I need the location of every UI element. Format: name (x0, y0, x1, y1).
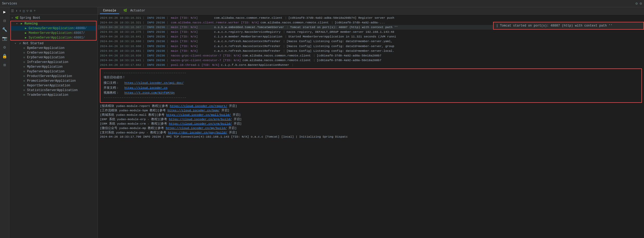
settings-icon[interactable]: ⚙ (635, 1, 637, 6)
run-icon[interactable]: ▶ (3, 9, 6, 15)
system-app-label: SystemServerApplication (29, 36, 72, 40)
toolbar-filter-icon[interactable]: ▽ (26, 9, 28, 13)
extra-log-report: [报表模块 yudao-module-report 教程][参考 https:/… (98, 104, 644, 108)
system-app-item[interactable]: ▶ SystemServerApplication :48081/ (11, 35, 96, 40)
api-doc-label: 接口文档： (104, 81, 124, 85)
running-section: ▶ Running ▶ GatewayServerApplication :48… (10, 21, 97, 41)
lock-icon[interactable]: 🔒 (2, 54, 7, 59)
log-line: 2024-04-26 10:33:16.941 | INFO 29236 | n… (98, 58, 644, 63)
running-icon: ▶ (20, 22, 23, 25)
sidebar-tree: 🌿 Spring Boot ▶ Running ▶ GatewayServerA… (9, 15, 98, 238)
not-started-icon: ✗ (18, 42, 22, 45)
product-triangle (19, 75, 22, 78)
video-link[interactable]: https://t.zsxq.com/02Yf6M7Qn (124, 91, 175, 94)
log-line: 2024-04-26 10:33:16.661 | INFO 29236 | m… (98, 49, 644, 53)
spring-boot-icon: 🌿 (15, 16, 19, 20)
promotion-label: PromotionServerApplication (27, 79, 76, 83)
dev-doc-link[interactable]: https://cloud.iocoder.cn (124, 86, 168, 89)
actuator-tab-label: Actuator (130, 9, 145, 12)
statistics-triangle (19, 89, 22, 92)
erp-app-item[interactable]: ⊙ ErpServerApplication (9, 55, 98, 60)
system-port: :48081/ (72, 36, 85, 40)
extra-log-crm: [CRM 系统 yudao-module-crm - 教程][参考 https:… (98, 121, 644, 126)
mp-triangle (19, 65, 22, 68)
not-started-group[interactable]: ✗ Not Started (9, 41, 98, 46)
pay-app-item[interactable]: ⊙ PayServerApplication (9, 69, 98, 74)
crm-link[interactable]: https://cloud.iocoder.cn/crm/build/ (169, 122, 232, 125)
member-triangle (20, 31, 23, 35)
main-area: ▶ ⊟ 🔧 📷 ⚙ 🔒 ⊞ ☰ ⬆ ⬇ ◫ ▽ ⊟ + 🌿 Spring Boo… (0, 7, 644, 238)
crm-label: CrmServerApplication (27, 51, 65, 55)
promotion-app-item[interactable]: ⊙ PromotionServerApplication (9, 79, 98, 83)
mp-icon: ⊙ (22, 65, 26, 69)
gear-left-icon[interactable]: ⚙ (3, 45, 6, 50)
infra-icon: ⊙ (22, 60, 26, 64)
erp-label: ErpServerApplication (27, 56, 65, 59)
top-bar: Services ⚙ ⚙ (0, 0, 644, 7)
sidebar-toolbar: ☰ ⬆ ⬇ ◫ ▽ ⊟ + (9, 7, 98, 15)
video-label: 视频教程： (104, 91, 124, 95)
dev-doc-row: 开发文档： https://cloud.iocoder.cn (104, 86, 638, 90)
mall-link[interactable]: https://cloud.iocoder.cn/mall/build/ (166, 113, 231, 117)
crm-icon: ⊙ (22, 51, 26, 55)
toolbar-group-icon[interactable]: ◫ (23, 9, 25, 13)
product-app-item[interactable]: ⊙ ProductServerApplication (9, 74, 98, 79)
toolbar-menu-icon[interactable]: ☰ (11, 9, 14, 13)
extra-log-erp: [ERP 系统 yudao-module-erp - 教程][参考 https:… (98, 117, 644, 121)
infra-label: InfraServerApplication (27, 60, 68, 64)
structure-icon[interactable]: ⊟ (3, 18, 6, 23)
gear-icon[interactable]: ⚙ (640, 1, 642, 6)
erp-triangle (19, 56, 22, 59)
not-started-label: Not Started (23, 42, 43, 45)
bpm-label: BpmServerApplication (27, 46, 65, 50)
running-triangle (16, 22, 19, 25)
api-doc-link[interactable]: https://cloud.iocoder.cn/api-doc/ (124, 81, 184, 85)
spring-boot-item[interactable]: 🌿 Spring Boot (9, 16, 98, 20)
mp-link[interactable]: https://cloud.iocoder.cn/mp/build/ (166, 126, 227, 130)
gateway-port: :48080/ (74, 27, 87, 30)
erp-link[interactable]: https://cloud.iocoder.cn/erp/build/ (169, 118, 232, 121)
report-triangle (19, 84, 22, 87)
running-group[interactable]: ▶ Running (11, 21, 96, 26)
crm-app-item[interactable]: ⊙ CrmServerApplication (9, 50, 98, 55)
console-area: Console 🌿 Actuator 2024-04-26 10:33:16.3… (98, 7, 644, 238)
infra-app-item[interactable]: ⊙ InfraServerApplication (9, 60, 98, 65)
log-line: 2024-04-26 10:33:16.660 | INFO 29236 | m… (98, 44, 644, 49)
tab-console[interactable]: Console (100, 8, 119, 14)
statistics-label: StatisticsServerApplication (27, 88, 78, 92)
pay-link[interactable]: https://doc.iocoder.cn/pay/build/ (168, 131, 227, 134)
trade-app-item[interactable]: ⊙ TradeServerApplication (9, 93, 98, 97)
toolbar-add-icon[interactable]: + (34, 9, 36, 13)
promotion-triangle (19, 79, 22, 82)
bpm-app-item[interactable]: ⊙ BpmServerApplication (9, 46, 98, 50)
mp-app-item[interactable]: ⊙ MpServerApplication (9, 65, 98, 69)
promotion-icon: ⊙ (22, 79, 26, 83)
pay-label: PayServerApplication (27, 70, 65, 73)
gateway-app-item[interactable]: ▶ GatewayServerApplication :48080/ (11, 26, 96, 31)
toolbar-collapse-icon[interactable]: ⊟ (30, 9, 32, 13)
infra-triangle (19, 61, 22, 64)
window-title: Services (2, 2, 635, 5)
member-app-item[interactable]: ▶ MemberServerApplication :48087/ (11, 31, 96, 35)
report-app-item[interactable]: ⊙ ReportServerApplication (9, 83, 98, 88)
report-link[interactable]: https://cloud.iocoder.cn/report/ (170, 104, 227, 108)
wrench-icon[interactable]: 🔧 (2, 27, 7, 32)
log-line: 2024-04-26 10:33:16.660 | INFO 29236 | m… (98, 39, 644, 44)
toolbar-down-icon[interactable]: ⬇ (19, 9, 21, 13)
bpm-link[interactable]: https://cloud.iocoder.cn/bpm/ (168, 109, 220, 112)
grid-icon[interactable]: ⊞ (3, 62, 6, 68)
statistics-app-item[interactable]: ⊙ StatisticsServerApplication (9, 88, 98, 93)
trade-label: TradeServerApplication (27, 93, 68, 97)
tab-actuator[interactable]: 🌿 Actuator (120, 8, 148, 14)
gateway-icon: ▶ (24, 27, 28, 30)
pay-icon: ⊙ (22, 70, 26, 73)
extra-log-last: 2024-04-26 10:33:17.790 INFO 29236 | RMI… (98, 135, 644, 139)
left-icon-bar: ▶ ⊟ 🔧 📷 ⚙ 🔒 ⊞ (0, 7, 9, 238)
member-icon: ▶ (24, 31, 28, 35)
toolbar-up-icon[interactable]: ⬆ (16, 9, 18, 13)
camera-icon[interactable]: 📷 (2, 36, 7, 41)
product-label: ProductServerApplication (27, 74, 72, 78)
top-bar-icons: ⚙ ⚙ (635, 1, 642, 6)
running-label: Running (24, 22, 37, 25)
console-content[interactable]: 2024-04-26 10:33:16.321 | INFO 29236 | m… (98, 15, 644, 238)
